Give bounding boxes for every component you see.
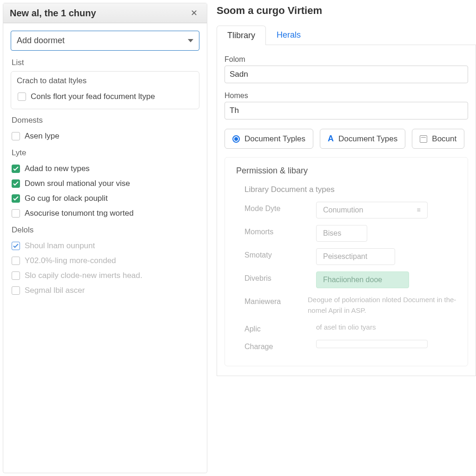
checkbox-icon[interactable] (12, 271, 20, 280)
select-label: Add doormet (17, 36, 65, 46)
radio-icon (232, 135, 240, 143)
perm-label: Divebris (245, 271, 305, 283)
main-select[interactable]: Add doormet (11, 31, 199, 51)
checkbox-label: Down sroul mational your vise (25, 179, 130, 188)
tab-herals[interactable]: Herals (266, 25, 311, 45)
panel-title: New al, the 1 chuny (10, 8, 96, 19)
perm-value: Conumution (323, 206, 363, 214)
folom-input[interactable] (225, 66, 468, 83)
left-panel: New al, the 1 chuny ✕ Add doormet List C… (3, 3, 207, 473)
checkbox-icon[interactable] (12, 286, 20, 295)
perm-row-mode: Mode Dyte Conumution = (245, 202, 456, 218)
perm-label: Mode Dyte (245, 202, 305, 213)
perm-label: Charage (245, 340, 305, 351)
homes-input[interactable] (225, 102, 468, 119)
lyte-item-3[interactable]: Asocurise tonumont tng worted (11, 206, 199, 221)
letter-a-icon: A (328, 134, 334, 144)
checkbox-icon[interactable] (12, 257, 20, 265)
perm-select[interactable]: Conumution = (316, 202, 428, 218)
type-btn-label: Document Types (338, 134, 397, 144)
lyte-item-2[interactable]: Go cug for olack pouplit (11, 191, 199, 206)
perm-label: Maniewera (245, 295, 297, 306)
perm-value: Peisesctipant (323, 252, 367, 261)
calendar-icon (420, 135, 427, 143)
perm-value: Bises (323, 229, 341, 238)
panel-body: Add doormet List Crach to datat ltyles C… (3, 23, 207, 305)
delols-item-0[interactable]: Shoul lnam ounpunt (11, 238, 199, 253)
right-panel: Soom a curgo Virtiem Tlibrary Herals Fol… (210, 0, 476, 476)
tab-tlibrary[interactable]: Tlibrary (217, 26, 266, 45)
checkbox-icon[interactable] (12, 179, 20, 188)
perm-label: Smotaty (245, 248, 305, 259)
checkbox-icon[interactable] (12, 132, 20, 140)
type-btn-label: Bocunt (432, 134, 456, 144)
permission-subtitle: Library Document a types (245, 185, 456, 194)
checkbox-icon[interactable] (12, 165, 20, 173)
delols-item-2[interactable]: Slo capily clode-new imerts head. (11, 268, 199, 283)
list-box-title: Crach to datat ltyles (17, 76, 193, 86)
type-button-row: Document Typles A Document Types Bocunt (225, 129, 468, 149)
panel-header: New al, the 1 chuny ✕ (3, 3, 207, 23)
perm-row-maniewera: Maniewera Deogue of polorrioation nloted… (245, 295, 456, 316)
perm-row-charage: Charage (245, 340, 456, 351)
domests-item-0[interactable]: Asen lype (11, 129, 199, 144)
section-delols-label: Delols (12, 225, 199, 235)
type-btn-radio[interactable]: Document Typles (225, 129, 313, 149)
checkbox-icon[interactable] (12, 194, 20, 203)
type-btn-cal[interactable]: Bocunt (412, 129, 464, 149)
folom-label: Folom (225, 55, 468, 64)
type-btn-a[interactable]: A Document Types (320, 129, 405, 149)
section-lyte-label: Lyte (12, 148, 199, 158)
checkbox-label: Adad to new types (25, 164, 90, 173)
perm-pill[interactable]: Peisesctipant (316, 248, 395, 265)
perm-label: Aplic (245, 322, 305, 333)
homes-label: Homes (225, 92, 468, 100)
checkbox-icon[interactable] (18, 93, 26, 101)
checkbox-label: Asen lype (25, 132, 60, 141)
perm-row-smotaty: Smotaty Peisesctipant (245, 248, 456, 265)
perm-select[interactable] (316, 340, 428, 348)
checkbox-label: Asocurise tonumont tng worted (25, 209, 133, 218)
section-list-label: List (12, 58, 199, 67)
checkbox-label: Go cug for olack pouplit (25, 194, 108, 203)
perm-row-divebris: Divebris Fhaciionhen dooe (245, 271, 456, 288)
checkbox-label: Slo capily clode-new imerts head. (25, 271, 142, 280)
permission-section: Library Document a types Mode Dyte Conum… (236, 182, 456, 351)
perm-pill[interactable]: Bises (316, 225, 367, 242)
section-domests-label: Domests (12, 116, 199, 125)
checkbox-icon[interactable] (12, 242, 20, 250)
checkbox-icon[interactable] (12, 209, 20, 218)
chevron-down-icon (188, 39, 193, 42)
permission-panel: Permission & libary Library Document a t… (225, 157, 468, 366)
checkbox-label: Y02.0%-ling more-conded (25, 256, 116, 265)
right-title: Soom a curgo Virtiem (214, 5, 476, 25)
perm-row-aplic: Aplic of asel tin olio tyars (245, 322, 456, 333)
checkbox-label: Conls flort your fead focument ltype (31, 92, 155, 101)
perm-pill-highlight[interactable]: Fhaciionhen dooe (316, 271, 409, 288)
type-btn-label: Document Typles (245, 134, 305, 144)
perm-label: Momorts (245, 225, 305, 236)
tab-bar: Tlibrary Herals (217, 25, 476, 45)
permission-title: Permission & libary (236, 166, 456, 176)
form-area: Folom Homes Document Typles A Document T… (217, 45, 476, 376)
delols-item-3[interactable]: Segmal lbil ascer (11, 283, 199, 298)
equals-icon: = (417, 206, 421, 214)
checkbox-label: Segmal lbil ascer (25, 286, 85, 295)
lyte-item-0[interactable]: Adad to new types (11, 161, 199, 176)
checkbox-label: Shoul lnam ounpunt (25, 241, 95, 251)
list-box: Crach to datat ltyles Conls flort your f… (11, 71, 199, 109)
perm-row-momorts: Momorts Bises (245, 225, 456, 242)
perm-value: Fhaciionhen dooe (323, 276, 382, 284)
list-box-item[interactable]: Conls flort your fead focument ltype (17, 89, 193, 104)
delols-item-1[interactable]: Y02.0%-ling more-conded (11, 253, 199, 268)
close-icon[interactable]: ✕ (188, 7, 200, 19)
perm-text: of asel tin olio tyars (316, 322, 376, 333)
perm-text: Deogue of polorrioation nloted Document … (308, 295, 456, 316)
lyte-item-1[interactable]: Down sroul mational your vise (11, 176, 199, 191)
